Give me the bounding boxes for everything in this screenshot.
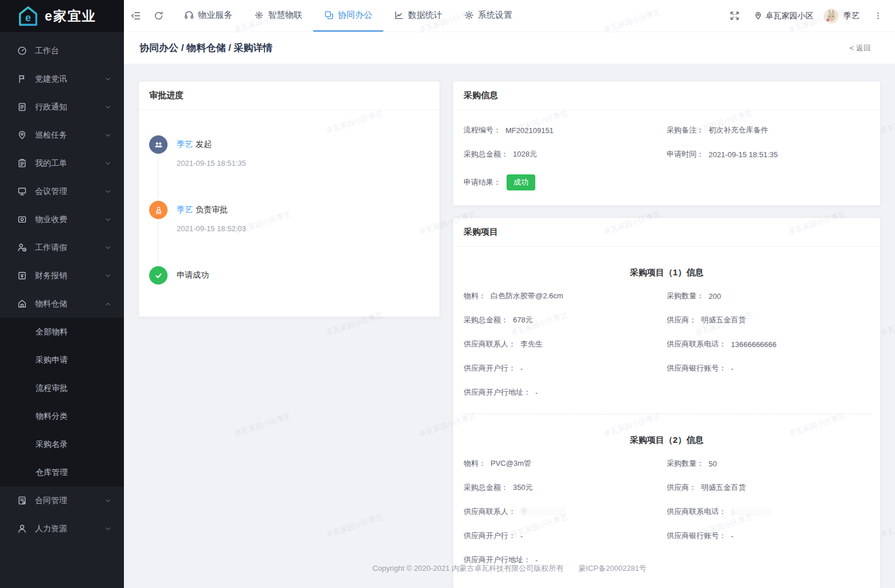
field-value: - [520,364,523,373]
field-label: 供应商： [667,315,696,325]
field-label: 物料： [464,458,486,469]
tab-data-stats[interactable]: 数据统计 [383,0,453,32]
warehouse-icon [17,299,28,309]
tab-property-service[interactable]: 物业服务 [173,0,243,32]
field-value: MF202109151 [505,126,554,135]
community-name: 卓瓦家园小区 [765,11,814,21]
step-title: 季艺发起 [177,135,429,150]
field: 供应商开户行：- [464,363,667,373]
purchase-info-fields: 流程编号：MF202109151采购备注：初次补充仓库备件采购总金额：1028元… [453,110,880,174]
workorder-icon [17,158,28,168]
sidebar-item-label: 人力资源 [35,524,104,534]
tab-smart-iot[interactable]: 智慧物联 [243,0,313,32]
sidebar-item-meeting-mgmt[interactable]: 会议管理 [0,177,124,205]
sidebar-item-workbench[interactable]: 工作台 [0,37,124,65]
sidebar-subitem-purchase-catalog[interactable]: 采购名录 [0,430,124,458]
sidebar-item-label: 工作请假 [35,243,104,253]
main-content: 审批进度 季艺发起2021-09-15 18:51:35季艺负责审批2021-0… [124,64,895,588]
tab-system-settings[interactable]: 系统设置 [453,0,523,32]
field-label: 流程编号： [464,125,501,135]
hr-icon [17,524,28,534]
field-value: 白色防水胶带@2.6cm [491,291,563,301]
field-value: - [731,364,733,373]
back-button[interactable]: < 返回 [850,43,871,53]
menu-fold-icon[interactable] [124,0,147,32]
redaction-smear [529,508,566,516]
tab-label: 系统设置 [478,10,512,21]
sidebar-item-label: 党建党讯 [35,74,104,84]
sidebar-subitem-material-category[interactable]: 物料分类 [0,402,124,430]
field-label: 物料： [464,291,486,301]
user-name: 季艺 [843,11,859,21]
topnav-tabs: 物业服务智慧物联协同办公数据统计系统设置 [173,0,523,32]
tab-collab-office[interactable]: 协同办公 [313,0,383,32]
sidebar-subitem-process-approval[interactable]: 流程审批 [0,374,124,402]
sidebar-item-human-resource[interactable]: 人力资源 [0,515,124,543]
sidebar-item-admin-notice[interactable]: 行政通知 [0,93,124,121]
field: 采购总金额：678元 [464,315,667,325]
field-value: 明盛五金百货 [701,482,746,493]
sidebar-item-finance-reimburse[interactable]: 财务报销 [0,262,124,290]
sidebar-subitem-purchase-apply[interactable]: 采购申请 [0,346,124,374]
field-value: 350元 [513,482,533,493]
purchase-items-title: 采购项目 [453,218,880,247]
field-label: 供应商银行账号： [667,531,726,541]
field: 供应商：明盛五金百货 [667,482,870,493]
sidebar-subitem-warehouse-mgmt[interactable]: 仓库管理 [0,458,124,486]
purchase-item-fields: 物料：PVC@3m管采购数量：50采购总金额：350元供应商：明盛五金百货供应商… [453,446,880,568]
tab-label: 协同办公 [338,10,372,21]
sidebar-item-label: 工作台 [35,46,111,56]
field: 供应商联系电话：1 [667,507,870,517]
sidebar-item-work-leave[interactable]: 工作请假 [0,233,124,262]
step-action: 申请成功 [177,270,209,279]
purchase-items-card: 采购项目 采购项目（1）信息物料：白色防水胶带@2.6cm采购数量：200采购总… [453,218,880,588]
more-menu-icon[interactable] [866,11,889,20]
step-user-link[interactable]: 季艺 [177,139,193,149]
chart-icon [394,10,404,20]
refresh-icon[interactable] [147,0,170,32]
step-user-link[interactable]: 季艺 [177,205,193,214]
sidebar-item-inspection-task[interactable]: 巡检任务 [0,121,124,149]
sidebar-subitem-label: 流程审批 [36,383,68,394]
chevron-down-icon [104,160,111,167]
notice-icon [17,102,28,112]
sidebar-item-material-warehouse[interactable]: 物料仓储 [0,290,124,318]
logo-house-icon: e [17,5,39,27]
sidebar-subitem-label: 采购名录 [36,439,68,450]
field: 供应商：明盛五金百货 [667,315,870,325]
gauge-icon [17,46,28,56]
field-value: 明盛五金百货 [701,315,746,325]
sidebar-subitem-all-materials[interactable]: 全部物料 [0,318,124,346]
user-menu[interactable]: 季艺 [824,9,859,24]
approval-step: 季艺发起2021-09-15 18:51:35 [149,135,429,201]
submenu-material-warehouse: 全部物料采购申请流程审批物料分类采购名录仓库管理 [0,318,124,486]
redaction-smear [736,508,773,516]
sidebar-item-party-news[interactable]: 党建党讯 [0,65,124,93]
iot-icon [254,10,264,20]
sidebar-item-property-fee[interactable]: 物业收费 [0,205,124,233]
approval-step: 申请成功 [149,266,429,281]
field-value: 2021-09-15 18:51:35 [709,150,778,159]
field-value: 678元 [513,315,533,325]
sidebar-item-label: 行政通知 [35,102,104,112]
chevron-down-icon [104,497,111,504]
field: 供应商联系电话：13666666666 [667,339,870,349]
purchase-info-card: 采购信息 流程编号：MF202109151采购备注：初次补充仓库备件采购总金额：… [453,81,880,205]
field-value: 1 [731,508,735,516]
field-label: 供应商银行账号： [667,363,726,373]
purchase-info-title: 采购信息 [453,81,880,110]
check-step-icon [149,266,168,285]
chevron-down-icon [104,525,111,532]
community-selector[interactable]: 卓瓦家园小区 [754,11,814,21]
sidebar-item-contract-mgmt[interactable]: 合同管理 [0,486,124,515]
sidebar-item-my-workorder[interactable]: 我的工单 [0,149,124,177]
step-action: 发起 [196,139,212,149]
field-value: 200 [709,292,721,301]
fee-icon [17,215,28,224]
sidebar-subitem-label: 物料分类 [36,411,68,422]
fullscreen-icon[interactable] [723,11,746,21]
field: 物料：白色防水胶带@2.6cm [464,291,667,301]
headset-icon [184,10,194,20]
apply-result-label: 申请结果： [464,177,501,188]
sidebar-item-label: 巡检任务 [35,130,104,141]
